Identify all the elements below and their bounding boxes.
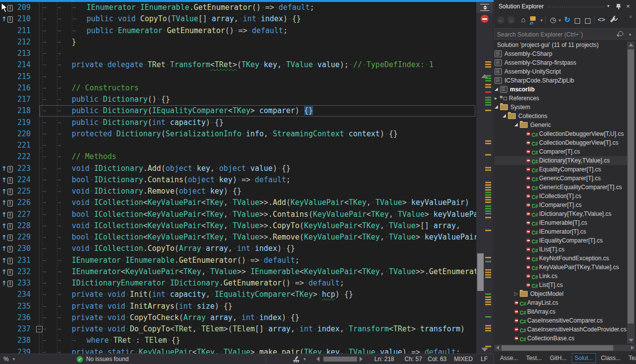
switch-views-dropdown-icon[interactable]: ▼ bbox=[540, 18, 544, 23]
code-line[interactable]: ↑I227→→bool·ICollection<KeyValuePair<TKe… bbox=[0, 209, 476, 220]
window-menu-icon[interactable]: ▼ bbox=[604, 2, 612, 10]
line-number[interactable]: 224 bbox=[9, 174, 31, 186]
close-icon[interactable]: × bbox=[624, 2, 632, 10]
switch-views-icon[interactable]: ⇄ bbox=[529, 15, 538, 24]
code-line[interactable]: 219→→public·Dictionary(int·capacity)·{} bbox=[0, 117, 476, 128]
code-line[interactable]: ↑I210→→→public·void·CopyTo(TValue[]·arra… bbox=[0, 13, 476, 25]
zoom-dropdown-icon[interactable]: ▼ bbox=[12, 355, 16, 364]
tree-file-row[interactable]: C#CaseInsensitiveComparer.cs bbox=[495, 316, 627, 325]
cleanup-dropdown-icon[interactable]: ▼ bbox=[303, 355, 307, 364]
tree-file-row[interactable]: C#IEnumerable[T].cs bbox=[495, 218, 627, 227]
panel-tab-solut[interactable]: Solut... bbox=[572, 353, 596, 363]
pin-icon[interactable] bbox=[616, 3, 621, 10]
code-line[interactable]: 236→→private·void·CopyToCheck(Array·arra… bbox=[0, 312, 476, 324]
code-line[interactable]: 213→→ bbox=[0, 48, 476, 59]
line-number[interactable]: 216 bbox=[9, 82, 31, 94]
line-number[interactable]: 231 bbox=[9, 255, 31, 266]
tree-file-row[interactable]: C#List[T].cs bbox=[495, 281, 627, 289]
view-code-icon[interactable]: <> bbox=[597, 15, 606, 24]
back-icon[interactable]: ← bbox=[497, 16, 504, 24]
panel-tab-tea[interactable]: Tea... bbox=[626, 353, 636, 363]
tree-scroll-up-icon[interactable] bbox=[629, 43, 634, 46]
line-number[interactable]: 225 bbox=[9, 186, 31, 197]
line-number[interactable]: 227 bbox=[9, 209, 31, 220]
code-line[interactable]: 238→→→where·TRet·:·TElem·{} bbox=[0, 335, 476, 346]
fold-collapse-icon[interactable]: – bbox=[36, 326, 43, 332]
line-number[interactable]: 222 bbox=[9, 151, 31, 162]
line-number[interactable]: 229 bbox=[9, 232, 31, 243]
code-line[interactable]: 215→→ bbox=[0, 71, 476, 82]
code-lines[interactable]: ↑I209→→→IEnumerator·IEnumerable.GetEnume… bbox=[0, 2, 476, 354]
tree-row[interactable]: ▸References bbox=[495, 94, 627, 103]
forward-icon[interactable]: → bbox=[507, 16, 515, 24]
line-number[interactable]: 217 bbox=[9, 94, 31, 105]
line-number[interactable]: 236 bbox=[9, 312, 31, 324]
line-number[interactable]: 235 bbox=[9, 301, 31, 312]
status-column-number[interactable]: Col: 63 bbox=[428, 354, 447, 364]
line-number[interactable]: 238 bbox=[9, 335, 31, 346]
line-number[interactable]: 230 bbox=[9, 243, 31, 254]
tree-vscroll-thumb[interactable] bbox=[628, 49, 634, 324]
line-number[interactable]: 233 bbox=[9, 278, 31, 289]
line-number[interactable]: 218 bbox=[9, 105, 31, 117]
line-number[interactable]: 237 bbox=[9, 324, 31, 335]
tree-file-row[interactable]: C#KeyValuePair[TKey,TValue].cs bbox=[495, 263, 627, 272]
editor-vertical-scrollbar[interactable] bbox=[476, 2, 493, 354]
tree-row[interactable]: Generic bbox=[495, 121, 627, 129]
tree-file-row[interactable]: C#Link.cs bbox=[495, 272, 627, 281]
line-number[interactable]: 228 bbox=[9, 220, 31, 232]
tree-scroll-down-icon[interactable] bbox=[629, 339, 634, 342]
tree-file-row[interactable]: C#Dictionary[TKey,TValue].cs bbox=[495, 156, 627, 165]
code-line[interactable]: ↑I231→→IEnumerator·IEnumerable.GetEnumer… bbox=[0, 255, 476, 266]
code-line[interactable]: 234→→private·void·Init(int·capacity,·IEq… bbox=[0, 289, 476, 300]
code-line[interactable]: ↑I223→→void·IDictionary.Add(object·key,·… bbox=[0, 163, 476, 174]
line-number[interactable]: 211 bbox=[9, 25, 31, 37]
tree-scroll-right-icon[interactable] bbox=[631, 346, 634, 350]
code-line[interactable]: 217→→public·Dictionary()·{} bbox=[0, 94, 476, 105]
tree-file-row[interactable]: C#IList[T].cs bbox=[495, 245, 627, 254]
code-line[interactable]: 211→→→public·Enumerator·GetEnumerator()·… bbox=[0, 25, 476, 37]
tree-file-row[interactable]: C#GenericEqualityComparer[T].cs bbox=[495, 183, 627, 192]
code-line[interactable]: 235→→private·void·InitArrays(int·size)·{… bbox=[0, 301, 476, 312]
status-line-ending[interactable]: LF bbox=[481, 354, 488, 364]
tree-vertical-scrollbar[interactable] bbox=[627, 41, 635, 344]
code-line[interactable]: 214→→private·delegate·TRet·Transform<TRe… bbox=[0, 59, 476, 71]
line-number[interactable]: 219 bbox=[9, 117, 31, 128]
tree-file-row[interactable]: C#ArrayList.cs bbox=[495, 298, 627, 307]
panel-drag-grip[interactable] bbox=[547, 5, 605, 8]
panel-tab-class[interactable]: Class... bbox=[598, 353, 624, 363]
line-number[interactable]: 212 bbox=[9, 37, 31, 48]
tree-row[interactable]: ICSharpCode.SharpZipLib bbox=[495, 76, 627, 85]
code-line[interactable]: 222→→//·Methods bbox=[0, 151, 476, 162]
expander-open-icon[interactable] bbox=[502, 114, 506, 118]
tree-file-row[interactable]: C#ICollection[T].cs bbox=[495, 192, 627, 201]
tree-file-row[interactable]: C#IDictionary[TKey,TValue].cs bbox=[495, 209, 627, 218]
code-line[interactable]: ↑I209→→→IEnumerator·IEnumerable.GetEnume… bbox=[0, 2, 476, 13]
tree-file-row[interactable]: C#CollectionBase.cs bbox=[495, 334, 627, 343]
tree-scroll-left-icon[interactable] bbox=[496, 346, 499, 350]
editor-vscroll-thumb[interactable] bbox=[477, 253, 484, 291]
search-icon[interactable] bbox=[618, 31, 623, 36]
expander-collapsed-icon[interactable]: ▸ bbox=[495, 94, 500, 103]
panel-tab-gith[interactable]: GitH... bbox=[547, 353, 570, 363]
tree-file-row[interactable]: C#IEqualityComparer[T].cs bbox=[495, 236, 627, 245]
status-char-number[interactable]: Ch: 57 bbox=[405, 354, 422, 364]
expander-open-icon[interactable] bbox=[514, 123, 518, 126]
code-line[interactable]: ↑I233→→IDictionaryEnumerator·IDictionary… bbox=[0, 278, 476, 289]
panel-tab-test[interactable]: Test... bbox=[523, 353, 545, 363]
code-line[interactable]: ↑I224→→bool·IDictionary.Contains(object·… bbox=[0, 174, 476, 186]
code-cleanup-broom-icon[interactable] bbox=[293, 356, 300, 363]
code-line[interactable]: 212→→} bbox=[0, 37, 476, 48]
line-number[interactable]: 220 bbox=[9, 128, 31, 140]
preview-selected-items-icon[interactable] bbox=[585, 18, 591, 24]
tree-file-row[interactable]: C#CollectionDebuggerView[T].cs bbox=[495, 138, 627, 147]
tree-file-row[interactable]: C#IEnumerator[T].cs bbox=[495, 227, 627, 236]
code-editor[interactable]: ↑I209→→→IEnumerator·IEnumerable.GetEnume… bbox=[0, 0, 494, 354]
solution-explorer-title-bar[interactable]: Solution Explorer ▼ × bbox=[494, 0, 636, 13]
tree-horizontal-scrollbar[interactable] bbox=[495, 345, 636, 351]
code-line[interactable]: 218→→public·Dictionary(IEqualityComparer… bbox=[0, 105, 476, 117]
tree-row[interactable]: Assembly-CSharp-firstpass bbox=[495, 58, 627, 67]
code-line[interactable]: 237–→→private·void·Do_CopyTo<TRet,·TElem… bbox=[0, 324, 476, 335]
line-number[interactable]: 226 bbox=[9, 197, 31, 208]
filter-dropdown-icon[interactable]: ▼ bbox=[558, 18, 562, 23]
